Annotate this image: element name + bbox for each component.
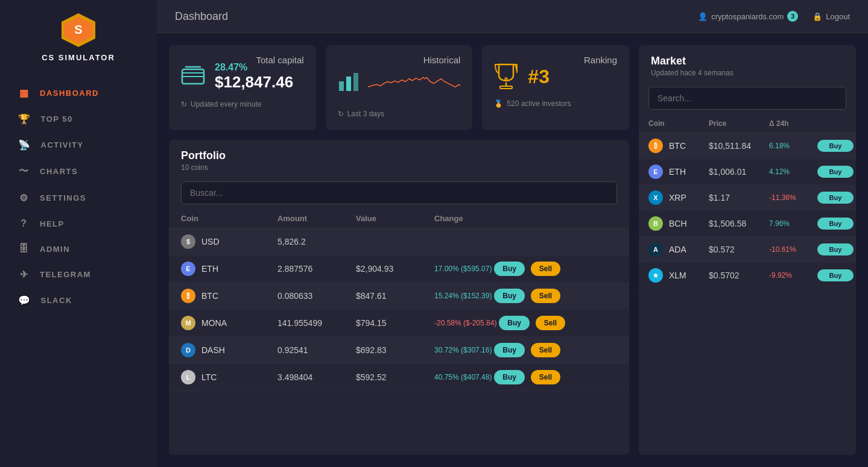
sidebar-label-admin: ADMIN [40, 245, 70, 254]
value-btc: $847.61 [356, 291, 434, 301]
svg-rect-4 [182, 73, 204, 77]
sidebar-label-help: HELP [40, 219, 65, 228]
capital-footer-text: Updated every minute [191, 100, 261, 108]
sell-dash-button[interactable]: Sell [531, 343, 560, 357]
value-ltc: $592.52 [356, 372, 434, 382]
coin-name-ltc: LTC [201, 372, 217, 382]
change-cell-mona: -20.58% ($-205.84) Buy Sell [434, 316, 617, 330]
market-table-body: ₿ BTC $10,511.84 6.18% Buy E ETH $1,00 [639, 133, 856, 455]
sell-eth-button[interactable]: Sell [531, 262, 560, 276]
sidebar: S CS SIMULATOR ▦ DASHBOARD 🏆 TOP 50 📡 AC… [0, 0, 157, 467]
market-price-xrp: $1.17 [709, 193, 769, 202]
logo-area: S CS SIMULATOR [42, 12, 115, 62]
sidebar-item-slack[interactable]: 💬 SLACK [0, 287, 157, 313]
table-row: $ USD 5,826.2 [169, 228, 629, 255]
sidebar-item-telegram[interactable]: ✈ TELEGRAM [0, 262, 157, 287]
market-price-btc: $10,511.84 [709, 141, 769, 151]
coin-icon-dash: D [181, 343, 195, 357]
sidebar-label-dashboard: DASHBOARD [40, 89, 99, 98]
sell-ltc-button[interactable]: Sell [531, 370, 560, 384]
market-icon-xlm: ★ [648, 268, 663, 283]
market-search-input[interactable] [648, 87, 846, 110]
refresh-icon: ↻ [181, 100, 187, 108]
market-price-ada: $0.572 [709, 245, 769, 254]
market-buy-eth[interactable]: Buy [817, 166, 854, 178]
sidebar-item-activity[interactable]: 📡 ACTIVITY [0, 132, 157, 158]
table-row: ₿ BTC 0.080633 $847.61 15.24% ($152.39) … [169, 283, 629, 310]
value-eth: $2,904.93 [356, 264, 434, 274]
sidebar-item-top50[interactable]: 🏆 TOP 50 [0, 106, 157, 132]
market-col-change: Δ 24h [769, 119, 817, 128]
sidebar-item-admin[interactable]: 🗄 ADMIN [0, 236, 157, 262]
amount-dash: 0.92541 [277, 345, 356, 355]
table-row: M MONA 141.955499 $794.15 -20.58% ($-205… [169, 310, 629, 337]
coin-icon-mona: M [181, 316, 195, 330]
total-capital-title: Total capital [256, 55, 303, 65]
change-mona: -20.58% ($-205.84) [434, 319, 496, 327]
change-cell-ltc: 40.75% ($407.48) Buy Sell [434, 370, 617, 384]
sell-mona-button[interactable]: Sell [536, 316, 565, 330]
portfolio-title: Portfolio [181, 149, 617, 162]
market-buy-btc[interactable]: Buy [817, 140, 854, 152]
ranking-values: #3 [528, 66, 550, 88]
market-icon-btc: ₿ [648, 139, 663, 153]
ranking-card: Ranking [482, 45, 629, 130]
table-row: L LTC 3.498404 $592.52 40.75% ($407.48) … [169, 364, 629, 391]
ranking-title: Ranking [584, 55, 617, 65]
market-col-coin: Coin [648, 119, 709, 128]
coin-icon-ltc: L [181, 370, 195, 384]
market-buy-xlm[interactable]: Buy [817, 269, 854, 281]
sidebar-label-charts: CHARTS [40, 167, 78, 176]
coin-name-btc: BTC [201, 291, 218, 301]
user-badge: 3 [787, 11, 798, 22]
market-title: Market [651, 55, 844, 67]
portfolio-table-body: $ USD 5,826.2 E ETH 2.887576 [169, 228, 629, 455]
buy-ltc-button[interactable]: Buy [494, 370, 525, 384]
market-buy-ada[interactable]: Buy [817, 243, 854, 255]
table-row: E ETH 2.887576 $2,904.93 17.00% ($595.07… [169, 255, 629, 283]
telegram-icon: ✈ [18, 269, 30, 280]
coin-name-usd: USD [201, 237, 220, 246]
sidebar-item-settings[interactable]: ⚙ SETTINGS [0, 185, 157, 211]
coin-cell-dash: D DASH [181, 343, 277, 357]
portfolio-subtitle: 10 coins [181, 163, 617, 172]
market-buy-xrp[interactable]: Buy [817, 192, 854, 204]
medal-icon: 🏅 [494, 99, 503, 108]
sell-btc-button[interactable]: Sell [531, 289, 560, 303]
change-dash: 30.72% ($307.16) [434, 346, 492, 354]
page-title: Dashboard [175, 10, 228, 23]
market-row: A ADA $0.572 -10.61% Buy [639, 237, 856, 263]
buy-eth-button[interactable]: Buy [494, 262, 525, 276]
admin-icon: 🗄 [18, 243, 30, 254]
change-eth: 17.00% ($595.07) [434, 265, 492, 273]
left-panel: Total capital 28.47% $12,847.46 [169, 45, 629, 455]
amount-usd: 5,826.2 [277, 237, 356, 246]
total-capital-values: 28.47% $12,847.46 [215, 62, 304, 92]
portfolio-search-input[interactable] [181, 181, 617, 204]
buy-dash-button[interactable]: Buy [494, 343, 525, 357]
change-cell-eth: 17.00% ($595.07) Buy Sell [434, 262, 617, 276]
app-name: CS SIMULATOR [42, 53, 115, 62]
market-coin-btc: ₿ BTC [648, 139, 709, 153]
ranking-footer: 🏅 520 active investors [494, 99, 617, 108]
username: cryptospaniards.com [711, 12, 784, 21]
market-icon-bch: B [648, 216, 663, 231]
change-ltc: 40.75% ($407.48) [434, 373, 492, 381]
market-row: E ETH $1,006.01 4.12% Buy [639, 159, 856, 185]
coin-name-dash: DASH [201, 345, 225, 355]
market-row: ★ XLM $0.5702 -9.92% Buy [639, 263, 856, 289]
sidebar-item-charts[interactable]: 〜 CHARTS [0, 158, 157, 185]
change-cell-dash: 30.72% ($307.16) Buy Sell [434, 343, 617, 357]
buy-btc-button[interactable]: Buy [494, 289, 525, 303]
coin-cell-btc: ₿ BTC [181, 289, 277, 303]
total-capital-main: 28.47% $12,847.46 [181, 62, 304, 92]
coin-icon-usd: $ [181, 234, 195, 249]
buy-mona-button[interactable]: Buy [499, 316, 530, 330]
sidebar-item-help[interactable]: ? HELP [0, 211, 157, 236]
user-menu[interactable]: 👤 cryptospaniards.com 3 [698, 11, 798, 22]
logout-button[interactable]: 🔒 Logout [813, 12, 850, 21]
value-dash: $692.83 [356, 345, 434, 355]
sidebar-item-dashboard[interactable]: ▦ DASHBOARD [0, 80, 157, 106]
market-buy-bch[interactable]: Buy [817, 218, 854, 230]
svg-point-10 [504, 77, 508, 81]
